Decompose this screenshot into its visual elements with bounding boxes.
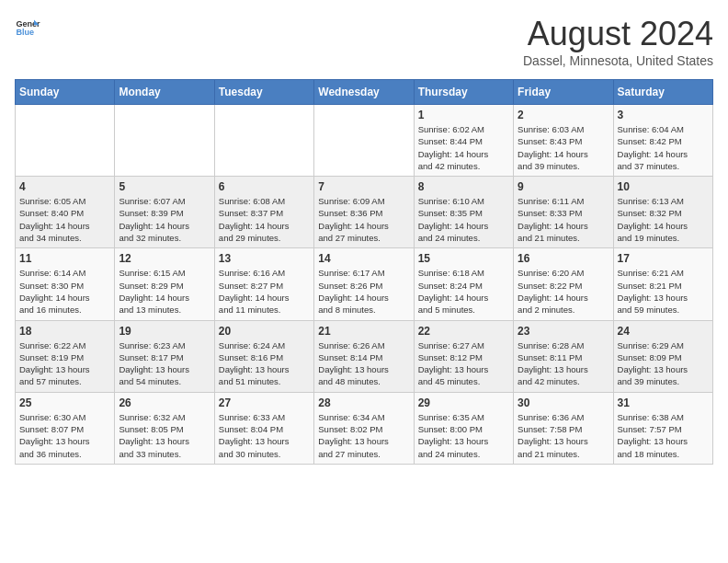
day-number: 22 — [418, 325, 509, 338]
day-number: 19 — [119, 325, 210, 338]
day-number: 28 — [318, 396, 409, 409]
day-number: 17 — [618, 252, 709, 265]
day-number: 16 — [518, 252, 609, 265]
day-info: Sunrise: 6:32 AM Sunset: 8:05 PM Dayligh… — [119, 411, 210, 460]
day-number: 25 — [19, 396, 110, 409]
day-info: Sunrise: 6:36 AM Sunset: 7:58 PM Dayligh… — [518, 411, 609, 460]
day-info: Sunrise: 6:11 AM Sunset: 8:33 PM Dayligh… — [518, 195, 609, 244]
day-info: Sunrise: 6:26 AM Sunset: 8:14 PM Dayligh… — [318, 339, 409, 388]
day-number: 2 — [518, 109, 609, 121]
day-info: Sunrise: 6:18 AM Sunset: 8:24 PM Dayligh… — [418, 267, 509, 316]
logo-icon: General Blue — [15, 15, 40, 40]
day-info: Sunrise: 6:02 AM Sunset: 8:44 PM Dayligh… — [418, 123, 509, 172]
day-cell: 4Sunrise: 6:05 AM Sunset: 8:40 PM Daylig… — [16, 177, 115, 248]
weekday-header-saturday: Saturday — [613, 80, 712, 105]
svg-text:Blue: Blue — [16, 28, 34, 37]
day-info: Sunrise: 6:35 AM Sunset: 8:00 PM Dayligh… — [418, 411, 509, 460]
day-cell — [115, 105, 214, 177]
weekday-header-monday: Monday — [115, 80, 214, 105]
day-info: Sunrise: 6:08 AM Sunset: 8:37 PM Dayligh… — [219, 195, 310, 244]
day-number: 4 — [19, 180, 110, 193]
location: Dassel, Minnesota, United States — [523, 53, 713, 68]
day-info: Sunrise: 6:10 AM Sunset: 8:35 PM Dayligh… — [418, 195, 509, 244]
day-cell: 5Sunrise: 6:07 AM Sunset: 8:39 PM Daylig… — [115, 177, 214, 248]
day-info: Sunrise: 6:09 AM Sunset: 8:36 PM Dayligh… — [318, 195, 409, 244]
day-number: 15 — [418, 252, 509, 265]
day-info: Sunrise: 6:30 AM Sunset: 8:07 PM Dayligh… — [19, 411, 110, 460]
day-number: 31 — [618, 396, 709, 409]
week-row-3: 11Sunrise: 6:14 AM Sunset: 8:30 PM Dayli… — [16, 248, 713, 320]
day-number: 14 — [318, 252, 409, 265]
calendar-table: SundayMondayTuesdayWednesdayThursdayFrid… — [15, 79, 713, 465]
day-cell: 27Sunrise: 6:33 AM Sunset: 8:04 PM Dayli… — [214, 392, 313, 464]
day-number: 13 — [219, 252, 310, 265]
day-cell: 20Sunrise: 6:24 AM Sunset: 8:16 PM Dayli… — [214, 320, 313, 392]
day-info: Sunrise: 6:03 AM Sunset: 8:43 PM Dayligh… — [518, 123, 609, 172]
month-year: August 2024 — [523, 15, 713, 53]
day-cell: 22Sunrise: 6:27 AM Sunset: 8:12 PM Dayli… — [414, 320, 513, 392]
weekday-header-thursday: Thursday — [414, 80, 513, 105]
day-number: 11 — [19, 252, 110, 265]
page-header: General Blue August 2024 Dassel, Minneso… — [15, 15, 713, 68]
day-cell: 21Sunrise: 6:26 AM Sunset: 8:14 PM Dayli… — [314, 320, 414, 392]
day-number: 6 — [219, 180, 310, 193]
day-number: 26 — [119, 396, 210, 409]
day-number: 8 — [418, 180, 509, 193]
day-info: Sunrise: 6:15 AM Sunset: 8:29 PM Dayligh… — [119, 267, 210, 316]
day-number: 10 — [618, 180, 709, 193]
day-info: Sunrise: 6:29 AM Sunset: 8:09 PM Dayligh… — [618, 339, 709, 388]
day-number: 29 — [418, 396, 509, 409]
week-row-2: 4Sunrise: 6:05 AM Sunset: 8:40 PM Daylig… — [16, 177, 713, 248]
day-info: Sunrise: 6:22 AM Sunset: 8:19 PM Dayligh… — [19, 339, 110, 388]
day-cell: 7Sunrise: 6:09 AM Sunset: 8:36 PM Daylig… — [314, 177, 414, 248]
day-number: 9 — [518, 180, 609, 193]
day-number: 3 — [618, 109, 709, 121]
day-number: 30 — [518, 396, 609, 409]
day-cell: 12Sunrise: 6:15 AM Sunset: 8:29 PM Dayli… — [115, 248, 214, 320]
day-info: Sunrise: 6:23 AM Sunset: 8:17 PM Dayligh… — [119, 339, 210, 388]
day-cell: 11Sunrise: 6:14 AM Sunset: 8:30 PM Dayli… — [16, 248, 115, 320]
day-cell: 26Sunrise: 6:32 AM Sunset: 8:05 PM Dayli… — [115, 392, 214, 464]
day-number: 21 — [318, 325, 409, 338]
day-cell: 6Sunrise: 6:08 AM Sunset: 8:37 PM Daylig… — [214, 177, 313, 248]
day-cell: 19Sunrise: 6:23 AM Sunset: 8:17 PM Dayli… — [115, 320, 214, 392]
day-cell: 10Sunrise: 6:13 AM Sunset: 8:32 PM Dayli… — [613, 177, 712, 248]
day-number: 20 — [219, 325, 310, 338]
day-cell: 15Sunrise: 6:18 AM Sunset: 8:24 PM Dayli… — [414, 248, 513, 320]
day-number: 18 — [19, 325, 110, 338]
week-row-5: 25Sunrise: 6:30 AM Sunset: 8:07 PM Dayli… — [16, 392, 713, 464]
day-cell: 8Sunrise: 6:10 AM Sunset: 8:35 PM Daylig… — [414, 177, 513, 248]
day-number: 24 — [618, 325, 709, 338]
day-info: Sunrise: 6:20 AM Sunset: 8:22 PM Dayligh… — [518, 267, 609, 316]
day-cell: 31Sunrise: 6:38 AM Sunset: 7:57 PM Dayli… — [613, 392, 712, 464]
day-cell: 3Sunrise: 6:04 AM Sunset: 8:42 PM Daylig… — [613, 105, 712, 177]
week-row-1: 1Sunrise: 6:02 AM Sunset: 8:44 PM Daylig… — [16, 105, 713, 177]
day-cell: 2Sunrise: 6:03 AM Sunset: 8:43 PM Daylig… — [514, 105, 613, 177]
day-cell: 14Sunrise: 6:17 AM Sunset: 8:26 PM Dayli… — [314, 248, 414, 320]
day-cell: 28Sunrise: 6:34 AM Sunset: 8:02 PM Dayli… — [314, 392, 414, 464]
day-info: Sunrise: 6:27 AM Sunset: 8:12 PM Dayligh… — [418, 339, 509, 388]
day-number: 5 — [119, 180, 210, 193]
weekday-header-friday: Friday — [514, 80, 613, 105]
day-cell: 23Sunrise: 6:28 AM Sunset: 8:11 PM Dayli… — [514, 320, 613, 392]
weekday-header-wednesday: Wednesday — [314, 80, 414, 105]
day-info: Sunrise: 6:24 AM Sunset: 8:16 PM Dayligh… — [219, 339, 310, 388]
day-cell — [314, 105, 414, 177]
day-cell: 18Sunrise: 6:22 AM Sunset: 8:19 PM Dayli… — [16, 320, 115, 392]
day-info: Sunrise: 6:05 AM Sunset: 8:40 PM Dayligh… — [19, 195, 110, 244]
day-cell: 17Sunrise: 6:21 AM Sunset: 8:21 PM Dayli… — [613, 248, 712, 320]
day-cell: 9Sunrise: 6:11 AM Sunset: 8:33 PM Daylig… — [514, 177, 613, 248]
weekday-header-row: SundayMondayTuesdayWednesdayThursdayFrid… — [16, 80, 713, 105]
day-cell: 25Sunrise: 6:30 AM Sunset: 8:07 PM Dayli… — [16, 392, 115, 464]
day-info: Sunrise: 6:28 AM Sunset: 8:11 PM Dayligh… — [518, 339, 609, 388]
day-number: 1 — [418, 109, 509, 121]
day-info: Sunrise: 6:07 AM Sunset: 8:39 PM Dayligh… — [119, 195, 210, 244]
logo: General Blue — [15, 15, 40, 40]
day-cell: 29Sunrise: 6:35 AM Sunset: 8:00 PM Dayli… — [414, 392, 513, 464]
day-info: Sunrise: 6:21 AM Sunset: 8:21 PM Dayligh… — [618, 267, 709, 316]
day-info: Sunrise: 6:13 AM Sunset: 8:32 PM Dayligh… — [618, 195, 709, 244]
week-row-4: 18Sunrise: 6:22 AM Sunset: 8:19 PM Dayli… — [16, 320, 713, 392]
weekday-header-tuesday: Tuesday — [214, 80, 313, 105]
day-cell: 16Sunrise: 6:20 AM Sunset: 8:22 PM Dayli… — [514, 248, 613, 320]
day-number: 7 — [318, 180, 409, 193]
